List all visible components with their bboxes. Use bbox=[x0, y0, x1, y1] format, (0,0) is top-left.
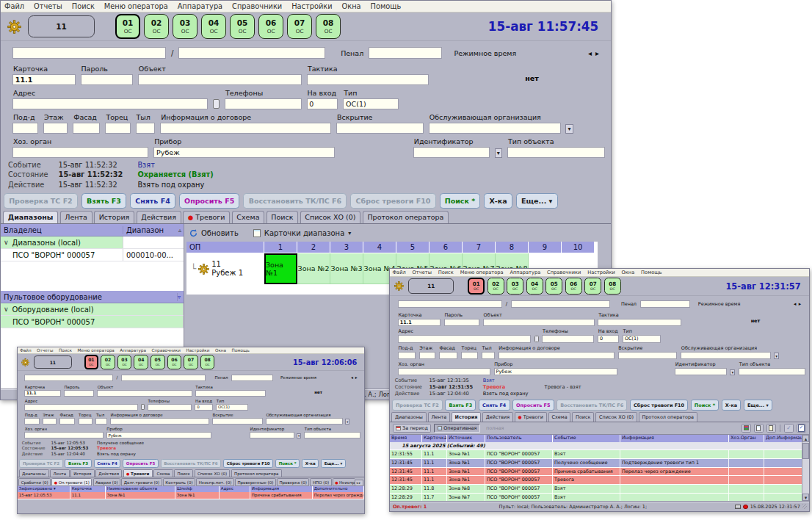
object-name-input[interactable] bbox=[12, 47, 166, 58]
owner-org-input[interactable] bbox=[398, 368, 490, 375]
menu-item[interactable]: Окна bbox=[622, 270, 635, 275]
table-header[interactable]: Информация bbox=[250, 486, 313, 493]
zone-button[interactable]: 04 ОС bbox=[134, 355, 148, 369]
operative-filter-button[interactable]: Оперативная bbox=[434, 424, 479, 433]
menu-item[interactable]: Помощь bbox=[371, 2, 402, 10]
action-button[interactable]: Х-ка bbox=[722, 400, 742, 411]
full-filter-button[interactable]: полная bbox=[483, 424, 507, 433]
side-input[interactable] bbox=[105, 123, 130, 134]
action-button[interactable]: Поиск * bbox=[440, 193, 481, 209]
password-input[interactable] bbox=[64, 390, 94, 397]
grid-column-header[interactable]: 8 bbox=[496, 242, 529, 253]
view-tab[interactable]: Протокол оператора bbox=[363, 211, 449, 223]
entry-delay-input[interactable]: 0 bbox=[307, 98, 338, 109]
ack-all-icon[interactable]: ✓ bbox=[797, 424, 806, 433]
service-org-dropdown-icon[interactable]: ▾ bbox=[345, 419, 349, 424]
object-name-input[interactable] bbox=[24, 375, 113, 381]
period-filter-button[interactable]: За период bbox=[393, 424, 431, 433]
view-tab[interactable]: История bbox=[70, 469, 95, 477]
entrance-input[interactable] bbox=[24, 418, 39, 425]
device-input[interactable]: Рубеж bbox=[106, 432, 211, 438]
menu-item[interactable]: Меню оператора bbox=[78, 348, 115, 353]
penal-input[interactable] bbox=[369, 47, 442, 58]
menu-item[interactable]: Настройки bbox=[186, 348, 209, 353]
zone-button[interactable]: 04 ОС bbox=[526, 278, 543, 295]
table-header[interactable]: Пользователь bbox=[485, 435, 553, 442]
column-header-owner[interactable]: Владелец bbox=[1, 226, 123, 234]
scroll-up-icon[interactable]: ▴ bbox=[802, 435, 809, 442]
device-input[interactable]: Рубеж bbox=[153, 147, 335, 158]
range-tree-row[interactable]: ПСО "ВОРОН" 000057 000010-00... bbox=[1, 249, 184, 261]
action-button[interactable]: Сброс тревоги F10 bbox=[350, 193, 435, 209]
event-row[interactable]: 12:31:4511.1Зона №1ПСО "ВОРОН" 000057При… bbox=[390, 468, 809, 477]
alarm-category-tab[interactable]: НПО (0) bbox=[310, 478, 331, 485]
range-cards-button[interactable]: Карточки диапазона ▾ bbox=[253, 229, 351, 237]
phones-input[interactable] bbox=[148, 404, 192, 411]
menu-item[interactable]: Помощь bbox=[641, 270, 661, 275]
contract-info-input[interactable] bbox=[160, 123, 331, 134]
card-number-input[interactable]: 11.1 bbox=[398, 319, 441, 326]
phones-input[interactable] bbox=[542, 335, 594, 342]
side-input[interactable] bbox=[461, 352, 478, 359]
zone-button[interactable]: 06 ОС bbox=[565, 278, 582, 295]
printer-icon[interactable] bbox=[735, 505, 741, 509]
zone-button[interactable]: 04 ОС bbox=[201, 14, 226, 39]
action-button[interactable]: Опросить F5 bbox=[123, 459, 159, 468]
action-button[interactable]: Х-ка bbox=[484, 193, 512, 209]
zone-button[interactable]: 03 ОС bbox=[117, 355, 132, 369]
table-header[interactable]: Зафиксировано ▾ bbox=[18, 486, 70, 493]
view-tab[interactable]: Поиск bbox=[174, 469, 193, 477]
time-nav-arrows[interactable]: ◂▸ bbox=[794, 301, 804, 307]
event-row[interactable]: 12:31:5511.1Зона №1ПСО "ВОРОН" 000057Взя… bbox=[390, 450, 809, 459]
action-button[interactable]: Сброс тревоги F10 bbox=[223, 459, 273, 468]
menu-item[interactable]: Меню оператора bbox=[460, 270, 504, 275]
action-button[interactable]: Опросить F5 bbox=[179, 193, 240, 209]
view-tab[interactable]: Поиск bbox=[572, 412, 594, 422]
zone-button[interactable]: 03 ОС bbox=[173, 14, 197, 39]
columns-settings-icon[interactable] bbox=[742, 424, 751, 433]
table-header[interactable]: Карточка bbox=[422, 435, 447, 442]
tactic-input[interactable] bbox=[195, 390, 266, 397]
view-tab[interactable]: Протокол оператора bbox=[639, 412, 697, 422]
facade-input[interactable] bbox=[59, 418, 75, 425]
menu-item[interactable]: Настройки bbox=[587, 270, 615, 275]
identifier-input[interactable] bbox=[250, 432, 294, 438]
ack-alarm-icon[interactable]: ✓ bbox=[784, 424, 794, 433]
address-input[interactable] bbox=[24, 404, 137, 411]
menu-item[interactable]: Справочники bbox=[547, 270, 581, 275]
action-button[interactable]: Взять F3 bbox=[445, 400, 476, 411]
alarm-row[interactable]: 15-авг 12:05:5311.1Зона №1Зона №1Причина… bbox=[18, 492, 364, 499]
event-row[interactable]: 15 августа 2025 (Событий: 49) bbox=[390, 442, 809, 451]
zone-button[interactable]: 02 ОС bbox=[144, 14, 169, 39]
identifier-input[interactable] bbox=[413, 147, 490, 158]
menu-item[interactable]: Настройки bbox=[291, 2, 332, 10]
zone-button[interactable]: 03 ОС bbox=[507, 278, 523, 295]
entry-delay-input[interactable]: 0 bbox=[598, 335, 619, 342]
menu-item[interactable]: Окна bbox=[215, 348, 226, 353]
table-header[interactable]: Шлейф bbox=[175, 486, 220, 493]
action-button[interactable]: Восстановить ТК/ПС F6 bbox=[243, 193, 347, 209]
entrance-input[interactable] bbox=[12, 123, 38, 134]
tamper-input[interactable] bbox=[618, 352, 678, 359]
zone-button[interactable]: 01 ОС bbox=[115, 14, 140, 39]
grid-column-header[interactable]: 9 bbox=[529, 242, 562, 253]
action-button[interactable]: Проверка ТС F2 bbox=[19, 459, 62, 468]
action-button[interactable]: Проверка ТС F2 bbox=[4, 193, 78, 209]
password-input[interactable] bbox=[444, 319, 479, 326]
action-button[interactable]: Проверка ТС F2 bbox=[392, 400, 443, 411]
view-tab[interactable]: История bbox=[452, 412, 481, 422]
action-button[interactable]: Еще... ▾ bbox=[321, 459, 346, 468]
panel-number-button[interactable]: 11 bbox=[408, 278, 453, 294]
object-name-alt-input[interactable] bbox=[511, 300, 611, 308]
zone-button[interactable]: 05 ОС bbox=[151, 355, 165, 369]
view-tab[interactable]: Схема bbox=[153, 469, 173, 477]
view-tab[interactable]: Тревоги bbox=[123, 469, 153, 477]
card-number-input[interactable]: 11.1 bbox=[12, 74, 76, 85]
table-header[interactable]: Дополнительно bbox=[313, 486, 364, 493]
service-org-input[interactable] bbox=[266, 418, 343, 425]
alarm-category-tab[interactable]: Контроль (0) bbox=[163, 478, 195, 485]
grid-column-header[interactable]: 10 bbox=[562, 242, 595, 253]
floor-input[interactable] bbox=[419, 352, 436, 359]
table-header[interactable]: Информация bbox=[620, 435, 729, 442]
tamper-input[interactable] bbox=[212, 418, 263, 425]
